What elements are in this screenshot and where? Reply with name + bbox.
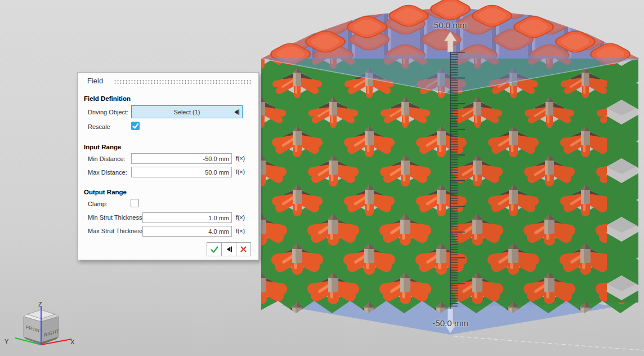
distance-ruler	[450, 52, 466, 309]
max-strut-fx-icon[interactable]: f(×)	[236, 228, 245, 234]
cancel-x-icon	[240, 246, 247, 253]
check-icon	[132, 122, 139, 130]
floor-grid-line	[454, 336, 644, 350]
top-distance-annotation: 50.0 mm	[423, 20, 477, 30]
rescale-checkbox[interactable]	[131, 122, 140, 130]
min-strut-fx-icon[interactable]: f(×)	[236, 214, 245, 221]
confirm-button[interactable]	[207, 242, 222, 256]
cancel-button[interactable]	[236, 242, 251, 256]
min-distance-label: Min Distance:	[88, 155, 126, 162]
axis-z-label: Z	[38, 301, 42, 308]
bottom-distance-annotation: -50.0 mm	[421, 318, 480, 328]
max-strut-thickness-label: Max Strut Thickness:	[88, 228, 146, 234]
section-output-range: Output Range	[84, 189, 127, 195]
dialog-drag-handle[interactable]	[114, 79, 252, 84]
driving-object-select-label: Select (1)	[173, 109, 200, 115]
max-distance-label: Max Distance:	[88, 169, 127, 176]
reset-button[interactable]	[221, 242, 236, 256]
application-window: FRONT RIGHT Z Y X 50.0 mm -50.0 mm Field…	[0, 0, 644, 356]
axis-x-label: X	[70, 339, 75, 345]
max-strut-thickness-input[interactable]	[142, 226, 232, 237]
view-cube[interactable]: FRONT RIGHT Z Y X	[5, 301, 75, 345]
confirm-check-icon	[210, 246, 219, 253]
clamp-label: Clamp:	[88, 201, 108, 207]
section-field-definition: Field Definition	[84, 95, 131, 102]
field-dialog: Field Field Definition Driving Object: S…	[77, 72, 259, 260]
min-strut-thickness-label: Min Strut Thickness:	[88, 214, 144, 221]
dialog-title: Field	[87, 77, 103, 85]
reset-selection-icon	[233, 109, 240, 117]
rescale-label: Rescale	[88, 123, 110, 130]
driving-object-select-button[interactable]: Select (1)	[131, 105, 243, 118]
max-distance-fx-icon[interactable]: f(×)	[236, 168, 245, 175]
clamp-checkbox[interactable]	[131, 199, 139, 207]
min-distance-fx-icon[interactable]: f(×)	[236, 155, 245, 162]
section-input-range: Input Range	[84, 144, 121, 150]
min-strut-thickness-input[interactable]	[142, 212, 232, 223]
reset-icon	[225, 246, 232, 253]
dialog-action-buttons	[207, 242, 251, 256]
min-distance-input[interactable]	[131, 153, 232, 164]
driving-object-label: Driving Object:	[88, 109, 128, 115]
axis-y-label: Y	[5, 338, 9, 345]
max-distance-input[interactable]	[131, 167, 232, 177]
